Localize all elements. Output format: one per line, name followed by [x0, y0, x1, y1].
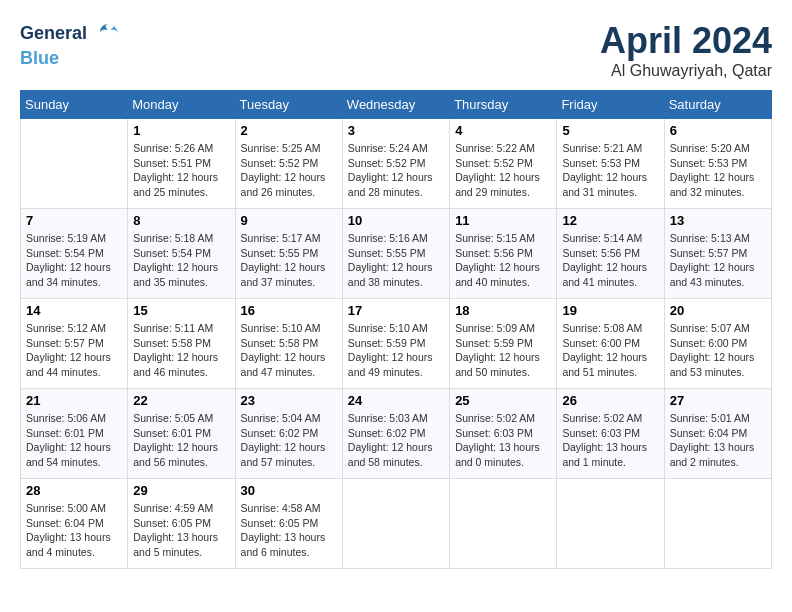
day-number: 14 [26, 303, 122, 318]
calendar-day-cell: 26Sunrise: 5:02 AM Sunset: 6:03 PM Dayli… [557, 389, 664, 479]
calendar-day-cell: 15Sunrise: 5:11 AM Sunset: 5:58 PM Dayli… [128, 299, 235, 389]
day-info: Sunrise: 5:05 AM Sunset: 6:01 PM Dayligh… [133, 411, 229, 470]
calendar-empty-cell [21, 119, 128, 209]
calendar-week-row: 1Sunrise: 5:26 AM Sunset: 5:51 PM Daylig… [21, 119, 772, 209]
day-number: 25 [455, 393, 551, 408]
title-area: April 2024 Al Ghuwayriyah, Qatar [600, 20, 772, 80]
day-info: Sunrise: 5:10 AM Sunset: 5:59 PM Dayligh… [348, 321, 444, 380]
day-number: 2 [241, 123, 337, 138]
calendar-day-cell: 6Sunrise: 5:20 AM Sunset: 5:53 PM Daylig… [664, 119, 771, 209]
day-number: 24 [348, 393, 444, 408]
calendar-day-cell: 9Sunrise: 5:17 AM Sunset: 5:55 PM Daylig… [235, 209, 342, 299]
day-info: Sunrise: 5:09 AM Sunset: 5:59 PM Dayligh… [455, 321, 551, 380]
day-info: Sunrise: 5:20 AM Sunset: 5:53 PM Dayligh… [670, 141, 766, 200]
day-number: 19 [562, 303, 658, 318]
day-number: 26 [562, 393, 658, 408]
weekday-header-monday: Monday [128, 91, 235, 119]
day-number: 8 [133, 213, 229, 228]
page-header: General Blue April 2024 Al Ghuwayriyah, … [20, 20, 772, 80]
calendar-day-cell: 24Sunrise: 5:03 AM Sunset: 6:02 PM Dayli… [342, 389, 449, 479]
calendar-week-row: 28Sunrise: 5:00 AM Sunset: 6:04 PM Dayli… [21, 479, 772, 569]
calendar-day-cell: 1Sunrise: 5:26 AM Sunset: 5:51 PM Daylig… [128, 119, 235, 209]
day-info: Sunrise: 5:24 AM Sunset: 5:52 PM Dayligh… [348, 141, 444, 200]
calendar-day-cell: 4Sunrise: 5:22 AM Sunset: 5:52 PM Daylig… [450, 119, 557, 209]
calendar-week-row: 14Sunrise: 5:12 AM Sunset: 5:57 PM Dayli… [21, 299, 772, 389]
day-number: 27 [670, 393, 766, 408]
calendar-day-cell: 29Sunrise: 4:59 AM Sunset: 6:05 PM Dayli… [128, 479, 235, 569]
day-number: 1 [133, 123, 229, 138]
weekday-header-saturday: Saturday [664, 91, 771, 119]
day-info: Sunrise: 5:14 AM Sunset: 5:56 PM Dayligh… [562, 231, 658, 290]
day-info: Sunrise: 4:58 AM Sunset: 6:05 PM Dayligh… [241, 501, 337, 560]
day-info: Sunrise: 4:59 AM Sunset: 6:05 PM Dayligh… [133, 501, 229, 560]
calendar-day-cell: 5Sunrise: 5:21 AM Sunset: 5:53 PM Daylig… [557, 119, 664, 209]
day-number: 21 [26, 393, 122, 408]
day-number: 17 [348, 303, 444, 318]
calendar-day-cell: 21Sunrise: 5:06 AM Sunset: 6:01 PM Dayli… [21, 389, 128, 479]
logo-bird-icon [94, 20, 122, 48]
day-info: Sunrise: 5:00 AM Sunset: 6:04 PM Dayligh… [26, 501, 122, 560]
day-number: 22 [133, 393, 229, 408]
day-number: 20 [670, 303, 766, 318]
calendar-week-row: 21Sunrise: 5:06 AM Sunset: 6:01 PM Dayli… [21, 389, 772, 479]
day-number: 3 [348, 123, 444, 138]
location-title: Al Ghuwayriyah, Qatar [600, 62, 772, 80]
day-number: 7 [26, 213, 122, 228]
calendar-day-cell: 22Sunrise: 5:05 AM Sunset: 6:01 PM Dayli… [128, 389, 235, 479]
calendar-day-cell: 11Sunrise: 5:15 AM Sunset: 5:56 PM Dayli… [450, 209, 557, 299]
month-title: April 2024 [600, 20, 772, 62]
weekday-header-row: SundayMondayTuesdayWednesdayThursdayFrid… [21, 91, 772, 119]
logo-text: General [20, 20, 122, 48]
day-number: 29 [133, 483, 229, 498]
calendar-day-cell: 28Sunrise: 5:00 AM Sunset: 6:04 PM Dayli… [21, 479, 128, 569]
day-number: 11 [455, 213, 551, 228]
calendar-empty-cell [664, 479, 771, 569]
calendar-day-cell: 12Sunrise: 5:14 AM Sunset: 5:56 PM Dayli… [557, 209, 664, 299]
calendar-empty-cell [557, 479, 664, 569]
day-info: Sunrise: 5:26 AM Sunset: 5:51 PM Dayligh… [133, 141, 229, 200]
day-info: Sunrise: 5:08 AM Sunset: 6:00 PM Dayligh… [562, 321, 658, 380]
day-number: 30 [241, 483, 337, 498]
day-info: Sunrise: 5:06 AM Sunset: 6:01 PM Dayligh… [26, 411, 122, 470]
calendar-day-cell: 2Sunrise: 5:25 AM Sunset: 5:52 PM Daylig… [235, 119, 342, 209]
day-info: Sunrise: 5:19 AM Sunset: 5:54 PM Dayligh… [26, 231, 122, 290]
day-info: Sunrise: 5:01 AM Sunset: 6:04 PM Dayligh… [670, 411, 766, 470]
day-number: 23 [241, 393, 337, 408]
day-info: Sunrise: 5:03 AM Sunset: 6:02 PM Dayligh… [348, 411, 444, 470]
weekday-header-wednesday: Wednesday [342, 91, 449, 119]
day-info: Sunrise: 5:07 AM Sunset: 6:00 PM Dayligh… [670, 321, 766, 380]
calendar-day-cell: 7Sunrise: 5:19 AM Sunset: 5:54 PM Daylig… [21, 209, 128, 299]
logo-blue-text: Blue [20, 48, 122, 69]
day-number: 9 [241, 213, 337, 228]
day-number: 13 [670, 213, 766, 228]
day-info: Sunrise: 5:02 AM Sunset: 6:03 PM Dayligh… [455, 411, 551, 470]
day-number: 4 [455, 123, 551, 138]
calendar-day-cell: 8Sunrise: 5:18 AM Sunset: 5:54 PM Daylig… [128, 209, 235, 299]
calendar-day-cell: 14Sunrise: 5:12 AM Sunset: 5:57 PM Dayli… [21, 299, 128, 389]
calendar-day-cell: 10Sunrise: 5:16 AM Sunset: 5:55 PM Dayli… [342, 209, 449, 299]
calendar-day-cell: 17Sunrise: 5:10 AM Sunset: 5:59 PM Dayli… [342, 299, 449, 389]
day-number: 16 [241, 303, 337, 318]
calendar-day-cell: 13Sunrise: 5:13 AM Sunset: 5:57 PM Dayli… [664, 209, 771, 299]
day-info: Sunrise: 5:17 AM Sunset: 5:55 PM Dayligh… [241, 231, 337, 290]
calendar-day-cell: 23Sunrise: 5:04 AM Sunset: 6:02 PM Dayli… [235, 389, 342, 479]
calendar-day-cell: 27Sunrise: 5:01 AM Sunset: 6:04 PM Dayli… [664, 389, 771, 479]
calendar-table: SundayMondayTuesdayWednesdayThursdayFrid… [20, 90, 772, 569]
calendar-empty-cell [342, 479, 449, 569]
day-info: Sunrise: 5:12 AM Sunset: 5:57 PM Dayligh… [26, 321, 122, 380]
day-info: Sunrise: 5:11 AM Sunset: 5:58 PM Dayligh… [133, 321, 229, 380]
calendar-day-cell: 20Sunrise: 5:07 AM Sunset: 6:00 PM Dayli… [664, 299, 771, 389]
day-number: 28 [26, 483, 122, 498]
day-info: Sunrise: 5:18 AM Sunset: 5:54 PM Dayligh… [133, 231, 229, 290]
day-info: Sunrise: 5:22 AM Sunset: 5:52 PM Dayligh… [455, 141, 551, 200]
day-number: 18 [455, 303, 551, 318]
weekday-header-sunday: Sunday [21, 91, 128, 119]
day-info: Sunrise: 5:04 AM Sunset: 6:02 PM Dayligh… [241, 411, 337, 470]
day-number: 12 [562, 213, 658, 228]
weekday-header-friday: Friday [557, 91, 664, 119]
calendar-day-cell: 30Sunrise: 4:58 AM Sunset: 6:05 PM Dayli… [235, 479, 342, 569]
calendar-day-cell: 25Sunrise: 5:02 AM Sunset: 6:03 PM Dayli… [450, 389, 557, 479]
day-info: Sunrise: 5:02 AM Sunset: 6:03 PM Dayligh… [562, 411, 658, 470]
day-number: 6 [670, 123, 766, 138]
logo: General Blue [20, 20, 122, 69]
